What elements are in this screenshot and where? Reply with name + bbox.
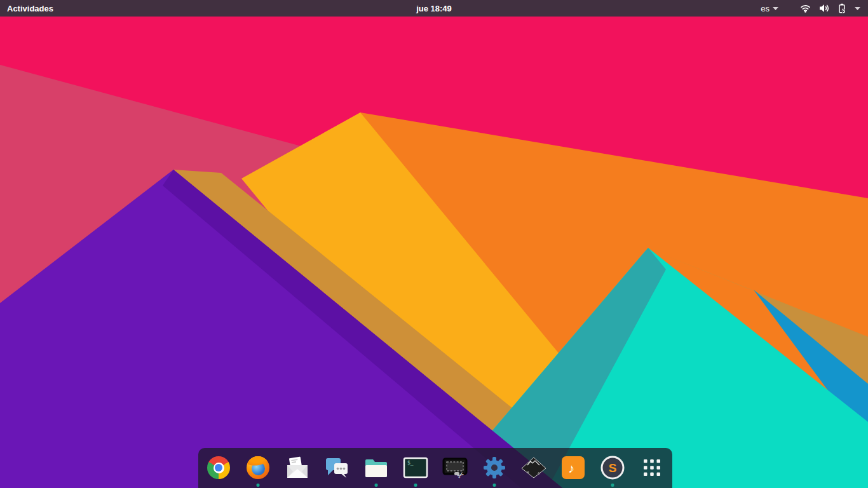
dock: $_ ✂ ♪ S [198, 448, 672, 488]
music-note-icon: ♪ [561, 456, 585, 480]
running-indicator-dot [493, 484, 496, 487]
firefox-icon [247, 456, 269, 479]
dock-item-files[interactable] [362, 454, 390, 482]
chevron-down-icon [855, 7, 860, 10]
volume-icon [819, 4, 830, 13]
dock-item-mail[interactable] [283, 454, 311, 482]
gear-icon [482, 455, 507, 480]
files-icon [363, 457, 389, 478]
dock-item-terminal[interactable]: $_ [402, 454, 430, 482]
wifi-icon [800, 4, 811, 13]
apps-grid-icon [644, 459, 660, 476]
screenshot-icon: ✂ [441, 456, 469, 479]
running-indicator-dot [414, 484, 417, 487]
dock-item-show-applications[interactable] [638, 454, 666, 482]
running-indicator-dot [611, 484, 614, 487]
desktop: Actividades jue 18:49 es [0, 0, 868, 488]
system-status-menu[interactable] [800, 3, 860, 13]
running-indicator-dot [375, 484, 378, 487]
dock-item-music-player[interactable]: ♪ [559, 454, 587, 482]
dock-item-inkscape[interactable] [520, 454, 548, 482]
dock-item-sublime-text[interactable]: S [599, 454, 627, 482]
chat-icon [324, 456, 349, 480]
wallpaper [0, 0, 868, 488]
dock-item-screenshot-tool[interactable]: ✂ [441, 454, 469, 482]
keyboard-layout-menu[interactable]: es [761, 4, 778, 13]
sublime-icon: S [600, 455, 625, 480]
dock-item-messages[interactable] [323, 454, 351, 482]
clock[interactable]: jue 18:49 [416, 4, 452, 13]
keyboard-layout-label: es [761, 4, 770, 13]
svg-text:♪: ♪ [568, 461, 574, 475]
dock-item-chrome[interactable] [205, 454, 233, 482]
svg-text:$_: $_ [407, 460, 414, 466]
running-indicator-dot [257, 484, 260, 487]
inkscape-icon [520, 456, 548, 480]
top-bar-right: es [761, 3, 868, 13]
mail-icon [284, 456, 311, 479]
battery-charging-icon [838, 3, 846, 13]
top-bar: Actividades jue 18:49 es [0, 0, 868, 17]
dock-item-settings[interactable] [480, 454, 508, 482]
top-bar-left: Actividades [0, 3, 53, 14]
terminal-icon: $_ [402, 456, 429, 479]
svg-text:S: S [609, 461, 617, 475]
chrome-icon [207, 456, 230, 479]
activities-button[interactable]: Actividades [0, 4, 53, 13]
chevron-down-icon [773, 7, 778, 10]
dock-item-firefox[interactable] [244, 454, 272, 482]
